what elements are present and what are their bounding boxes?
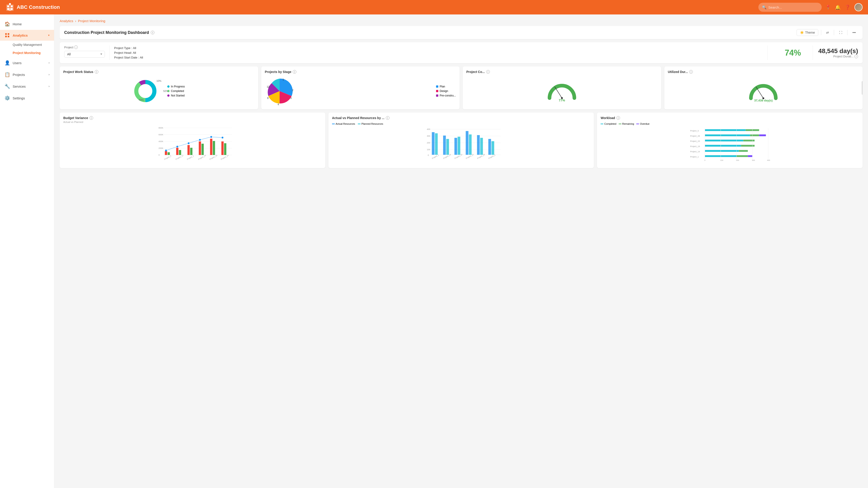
svg-text:600K: 600K (158, 133, 163, 136)
sidebar-item-users[interactable]: 👤 Users › (0, 57, 54, 69)
breadcrumb-analytics[interactable]: Analytics (60, 19, 73, 23)
svg-rect-75 (491, 141, 494, 155)
svg-text:Project_1: Project_1 (186, 155, 194, 160)
label-50pct: 50% (163, 90, 168, 92)
svg-rect-104 (739, 150, 748, 152)
grid-icon (4, 33, 10, 37)
location-icon[interactable]: 📍 (825, 4, 831, 10)
pie-label-2: 2 (292, 89, 293, 92)
svg-rect-93 (705, 129, 746, 131)
actual-vs-planned-info-icon[interactable]: i (386, 116, 390, 120)
project-completion-info-icon[interactable]: i (486, 70, 490, 74)
header-divider-1 (821, 30, 821, 35)
svg-rect-102 (741, 145, 755, 147)
sidebar-item-project-monitoring[interactable]: Project Monitoring (13, 49, 54, 57)
utilized-duration-info-icon[interactable]: i (689, 70, 693, 74)
scroll-indicator[interactable] (862, 81, 863, 95)
pie-label-4: 4 (278, 103, 279, 106)
pie-label-1: 1 (283, 78, 284, 81)
legend-wl-overdue: Overdue (636, 123, 649, 125)
svg-text:Project_1: Project_1 (690, 156, 699, 158)
project-filter-info[interactable]: i (74, 45, 78, 49)
charts-row-1: Project Work Status i (60, 66, 863, 109)
svg-rect-103 (705, 150, 739, 152)
filter-row: Project i All Project Type : All Project… (60, 42, 863, 63)
topnav: ABC Construction 🔍 📍 🔔 ❓ (0, 0, 868, 14)
charts-row-2: Budget Variance i Actual vs Planned 800K… (60, 112, 863, 168)
svg-text:Project_28: Project_28 (690, 135, 700, 137)
svg-text:800K: 800K (158, 127, 163, 129)
building-icon (5, 3, 14, 12)
svg-rect-39 (213, 141, 215, 155)
sidebar-item-settings[interactable]: ⚙️ Settings (0, 92, 54, 104)
svg-rect-40 (221, 141, 223, 155)
sidebar-item-quality-management[interactable]: Quality Management (13, 41, 54, 49)
theme-button[interactable]: ☀️ Theme (797, 29, 818, 36)
page-title-text: Construction Project Monitoring Dashboar… (64, 30, 149, 35)
sidebar-item-services[interactable]: 🔧 Services › (0, 80, 54, 92)
not-started-dot (167, 94, 169, 97)
svg-rect-5 (9, 3, 11, 5)
legend-in-progress: In Progress (167, 85, 185, 88)
more-button[interactable]: ••• (850, 29, 858, 36)
expand-icon: ⛶ (839, 31, 842, 34)
svg-rect-37 (202, 144, 204, 155)
svg-rect-71 (469, 134, 471, 155)
svg-rect-64 (432, 132, 434, 155)
project-filter-select[interactable]: All (64, 51, 105, 58)
app-name: ABC Construction (17, 4, 60, 10)
sidebar-item-analytics[interactable]: Analytics ▾ (0, 30, 54, 41)
svg-text:200: 200 (736, 159, 739, 161)
legend-completed: Completed (167, 90, 185, 93)
search-input[interactable] (768, 5, 818, 9)
page-header: Construction Project Monitoring Dashboar… (60, 26, 863, 39)
legend-pre-construction: Pre-constru... (436, 94, 456, 97)
quality-management-label: Quality Management (13, 43, 42, 46)
work-status-info-icon[interactable]: i (95, 70, 98, 74)
svg-rect-7 (5, 33, 7, 35)
workload-info-icon[interactable]: i (616, 116, 620, 120)
workload-title: Workload i (600, 116, 859, 120)
duration-metric: 48,545 day(s) Project Durati... i (813, 45, 858, 60)
svg-rect-41 (224, 143, 226, 155)
gauge-svg-1 (546, 80, 578, 100)
pie-chart-wrap: 1 2 3 4 8 12 Plan Des (265, 76, 456, 106)
expand-button[interactable]: ⛶ (837, 29, 844, 36)
actual-line-icon (332, 124, 335, 124)
svg-rect-6 (8, 8, 11, 11)
utilized-duration-chart: Utilized Dur... i 37,438 day(s) (664, 66, 863, 109)
bell-icon[interactable]: 🔔 (835, 4, 841, 10)
users-icon: 👤 (4, 60, 10, 66)
share-button[interactable]: ⇄ (824, 29, 831, 36)
project-filter-col: Project i All (64, 45, 105, 60)
legend-design: Design (436, 90, 456, 93)
legend-plan: Plan (436, 85, 456, 88)
page-title: Construction Project Monitoring Dashboar… (64, 30, 154, 35)
svg-text:Project_12: Project_12 (175, 154, 184, 160)
theme-label: Theme (805, 31, 815, 34)
help-icon[interactable]: ❓ (845, 4, 850, 10)
pie-svg: 1 2 3 4 8 12 (265, 76, 294, 106)
avatar[interactable] (855, 3, 863, 11)
donut-legend: In Progress Completed Not Started (167, 85, 185, 97)
breadcrumb: Analytics › Project Monitoring (60, 19, 863, 23)
svg-rect-2 (11, 5, 13, 7)
budget-variance-title: Budget Variance i (63, 116, 322, 120)
by-stage-info-icon[interactable]: i (293, 70, 296, 74)
svg-rect-1 (7, 5, 9, 7)
svg-text:300: 300 (752, 159, 755, 161)
page-title-info-icon[interactable]: i (151, 31, 154, 34)
sidebar-item-home[interactable]: 🏠 Home (0, 18, 54, 30)
utilized-duration-title: Utilized Dur... i (668, 70, 859, 74)
search-bar[interactable]: 🔍 (758, 3, 822, 12)
svg-text:100: 100 (720, 159, 723, 161)
share-icon: ⇄ (826, 31, 829, 34)
budget-variance-info-icon[interactable]: i (90, 116, 93, 120)
sidebar-item-projects[interactable]: 📋 Projects › (0, 69, 54, 80)
sidebar-item-users-label: Users (13, 61, 22, 65)
days-info-icon[interactable]: i (855, 55, 858, 58)
sidebar: 🏠 Home Analytics ▾ Quality Management Pr… (0, 14, 54, 488)
svg-rect-69 (458, 137, 460, 155)
svg-rect-74 (488, 139, 491, 155)
svg-rect-98 (759, 134, 766, 136)
